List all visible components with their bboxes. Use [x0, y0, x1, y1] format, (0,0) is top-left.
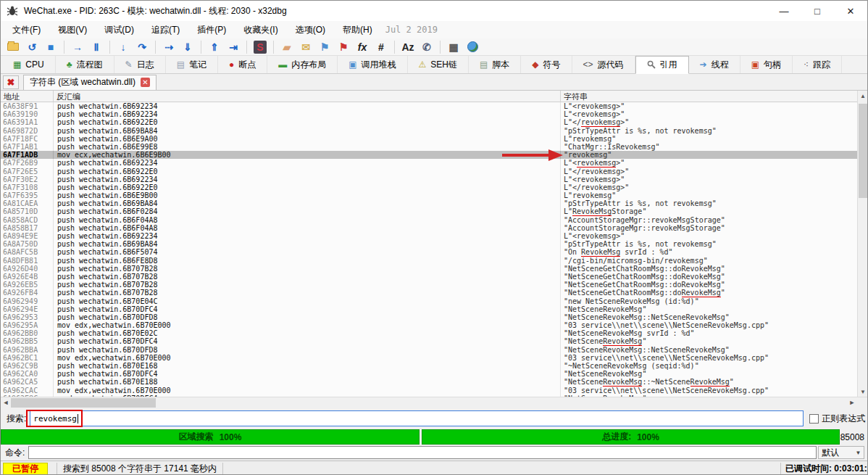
table-row[interactable]: 6A69872Dpush wechatwin.6B69BA84"pStrType…: [1, 127, 867, 135]
run-icon[interactable]: →: [70, 40, 85, 54]
step-out-icon[interactable]: ⇓: [180, 40, 196, 54]
labels-icon[interactable]: ⚑: [317, 40, 333, 54]
table-row[interactable]: 6A7F30E2push wechatwin.6B692234L"<revoke…: [1, 175, 867, 183]
notify-phone-icon[interactable]: ✆: [419, 40, 435, 54]
menu-item-插[interactable]: 插件(P): [188, 22, 235, 38]
menu-item-文[interactable]: 文件(F): [4, 22, 49, 38]
close-button[interactable]: ✕: [834, 1, 867, 21]
bookmarks-icon[interactable]: ⚑: [335, 40, 351, 54]
search-input[interactable]: revokemsg: [30, 410, 804, 426]
table-row[interactable]: 6A962BB5push wechatwin.6B70DFC4"NetScene…: [1, 337, 867, 345]
table-row[interactable]: 6A962CACmov edx,wechatwin.6B70E000"03_se…: [1, 387, 867, 395]
table-row[interactable]: 6A858ACDpush wechatwin.6B6F04A8"AccountS…: [1, 216, 867, 224]
menu-item-收[interactable]: 收藏夹(I): [235, 22, 286, 38]
table-row[interactable]: 6A8AFC5Bpush wechatwin.6B6F5074"On Revok…: [1, 248, 867, 256]
table-row[interactable]: 6A6391A1push wechatwin.6B6922E0L"</revok…: [1, 118, 867, 126]
command-profile-dropdown[interactable]: 默认 ▼: [818, 446, 864, 459]
tab-trace[interactable]: ⁖跟踪: [793, 56, 842, 73]
table-row[interactable]: 6A7F1AB1push wechatwin.6B6E99E8"ChatMgr:…: [1, 143, 867, 151]
table-row[interactable]: 6A858B17push wechatwin.6B6F04A8"AccountS…: [1, 224, 867, 232]
scroll-left-icon[interactable]: ◄: [1, 397, 11, 408]
close-debuggee-icon[interactable]: ■: [43, 40, 59, 54]
strings-badge-icon[interactable]: S: [252, 40, 268, 54]
column-header-address[interactable]: 地址: [1, 91, 54, 102]
step-into-icon[interactable]: ↓: [115, 40, 131, 54]
maximize-button[interactable]: □: [801, 1, 834, 21]
table-row[interactable]: 6A926D40push wechatwin.6B707B28"NetScene…: [1, 265, 867, 273]
restart-icon[interactable]: ↺: [24, 40, 40, 54]
tab-graph[interactable]: ♣流程图: [56, 56, 114, 73]
table-row[interactable]: 6A962BC1mov edx,wechatwin.6B70E000"03_se…: [1, 354, 867, 362]
table-row[interactable]: 6A639190push wechatwin.6B692234L"<revoke…: [1, 110, 867, 118]
change-case-az-icon[interactable]: Aᴢ: [400, 40, 416, 54]
regex-checkbox[interactable]: [809, 414, 819, 424]
tab-source[interactable]: <>源代码: [572, 56, 635, 73]
table-row[interactable]: 6A96294Epush wechatwin.6B70DFC4"NetScene…: [1, 305, 867, 313]
menu-item-追[interactable]: 追踪(T): [143, 22, 188, 38]
tab-script[interactable]: ▤脚本: [469, 56, 521, 73]
table-row[interactable]: 6A894E9Epush wechatwin.6B692234L"<revoke…: [1, 232, 867, 240]
scroll-up-icon[interactable]: ▲: [858, 91, 868, 101]
table-row[interactable]: 6A926EB5push wechatwin.6B707B28"NetScene…: [1, 281, 867, 289]
table-row[interactable]: 6A81CAEApush wechatwin.6B69BA84"pStrType…: [1, 199, 867, 207]
tab-symbols[interactable]: ◆符号: [521, 56, 572, 73]
table-row[interactable]: 6A962949push wechatwin.6B70E04C"new NetS…: [1, 297, 867, 305]
table-row[interactable]: 6A962BB0push wechatwin.6B70E02C"NetScene…: [1, 329, 867, 337]
table-row[interactable]: 6A926FB4push wechatwin.6B707B28"NetScene…: [1, 289, 867, 297]
column-header-disassembly[interactable]: 反汇编: [54, 91, 561, 102]
table-row[interactable]: 6A962BBApush wechatwin.6B70DFD8"NetScene…: [1, 346, 867, 354]
table-row[interactable]: 6A96295Amov edx,wechatwin.6B70E000"03_se…: [1, 321, 867, 329]
vertical-scrollbar[interactable]: ▲ ▼: [857, 91, 867, 397]
horizontal-scroll-thumb[interactable]: [11, 398, 156, 408]
table-row[interactable]: 6A7F26B9push wechatwin.6B692234L"<revoke…: [1, 159, 867, 167]
table-row[interactable]: 6A7F26E5push wechatwin.6B6922E0L"</revok…: [1, 168, 867, 175]
tab-notes[interactable]: ▤笔记: [166, 56, 218, 73]
command-input[interactable]: [28, 446, 817, 459]
horizontal-scrollbar[interactable]: ◄ ►: [1, 397, 867, 408]
open-file-icon[interactable]: [5, 40, 21, 54]
tab-breakpoints[interactable]: ●断点: [218, 56, 267, 73]
table-row[interactable]: 6A7F6395push wechatwin.6B6E9B00L"revokem…: [1, 191, 867, 199]
tab-seh[interactable]: ⚠SEH链: [408, 56, 469, 73]
analysis-hash-icon[interactable]: #: [373, 40, 389, 54]
globe-icon[interactable]: [464, 40, 480, 54]
doc-tab-close-icon[interactable]: ✕: [141, 78, 150, 87]
table-row[interactable]: 6A962CA0push wechatwin.6B70DFC4"NetScene…: [1, 370, 867, 378]
tab-log[interactable]: ✎日志: [114, 56, 166, 73]
table-row[interactable]: 6A7F3108push wechatwin.6B6922E0L"</revok…: [1, 183, 867, 191]
column-header-string[interactable]: 字符串: [561, 91, 867, 102]
strings-doc-tab[interactable]: 字符串 (区域 wechatwin.dll) ✕: [23, 75, 157, 90]
pause-icon[interactable]: Ⅱ: [88, 40, 104, 54]
run-to-user-code-icon[interactable]: ⇥: [225, 40, 241, 54]
functions-fx-icon[interactable]: fx: [354, 40, 370, 54]
minimize-button[interactable]: —: [767, 1, 801, 21]
table-row[interactable]: 6A8A750Dpush wechatwin.6B69BA84"pStrType…: [1, 240, 867, 248]
table-row[interactable]: 6A962CA5push wechatwin.6B70E188"NetScene…: [1, 378, 867, 386]
table-row[interactable]: 6A8DFB81push wechatwin.6B6FE8D8"/cgi-bin…: [1, 257, 867, 265]
tab-threads[interactable]: ➔线程: [689, 56, 740, 73]
tab-memory-map[interactable]: ▬内存布局: [267, 56, 338, 73]
tab-handles[interactable]: ▣句柄: [740, 56, 793, 73]
menu-item-帮[interactable]: 帮助(H): [334, 22, 381, 38]
table-row[interactable]: 6A962C9Bpush wechatwin.6B70E168"~NetScen…: [1, 362, 867, 370]
menu-item-选[interactable]: 选项(O): [287, 22, 334, 38]
menu-item-视[interactable]: 视图(V): [49, 22, 96, 38]
tab-call-stack[interactable]: ▣调用堆栈: [338, 56, 407, 73]
vertical-scroll-thumb[interactable]: [859, 104, 867, 198]
menu-item-调[interactable]: 调试(D): [96, 22, 143, 38]
tab-references[interactable]: 引用: [635, 56, 689, 74]
table-row[interactable]: 6A926E4Bpush wechatwin.6B707B28"NetScene…: [1, 273, 867, 281]
patches-icon[interactable]: ▰: [279, 40, 295, 54]
tab-cpu[interactable]: ▦CPU: [2, 56, 56, 73]
table-row[interactable]: 6A638F91push wechatwin.6B692234L"<revoke…: [1, 102, 867, 110]
table-row[interactable]: 6A7F18FCpush wechatwin.6B6E9A00L"revokem…: [1, 135, 867, 143]
scroll-down-icon[interactable]: ▼: [858, 387, 868, 397]
scroll-right-icon[interactable]: ►: [847, 397, 857, 408]
execute-till-return-icon[interactable]: ⇑: [206, 40, 222, 54]
calculator-icon[interactable]: ▦: [446, 40, 462, 54]
table-row[interactable]: 6A7F1ADBmov ecx,wechatwin.6B6E9B00"revok…: [1, 151, 867, 159]
step-over-icon[interactable]: ↷: [134, 40, 150, 54]
run-to-cursor-icon[interactable]: ⇢: [161, 40, 177, 54]
comments-icon[interactable]: ✉: [298, 40, 314, 54]
table-row[interactable]: 6A85710Dpush wechatwin.6B6F0284L"RevokeM…: [1, 207, 867, 215]
